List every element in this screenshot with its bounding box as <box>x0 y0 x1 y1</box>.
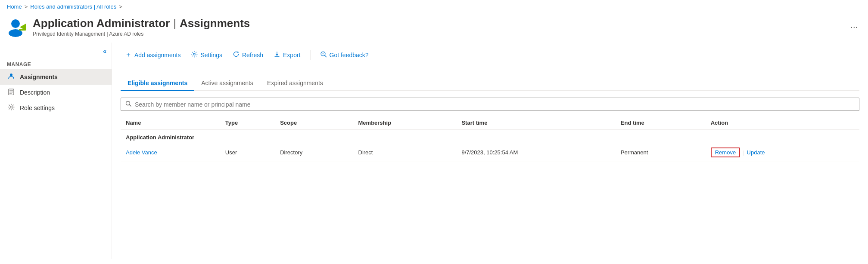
assignments-table: Name Type Scope Membership Start time En… <box>121 116 859 162</box>
sidebar-collapse-area: « <box>0 46 112 58</box>
feedback-icon <box>320 51 327 59</box>
sidebar: « Manage Assignments De <box>0 43 112 259</box>
export-label: Export <box>283 52 300 58</box>
feedback-label: Got feedback? <box>330 52 369 58</box>
main-layout: « Manage Assignments De <box>0 43 868 259</box>
more-button[interactable]: ··· <box>847 20 861 34</box>
tabs: Eligible assignments Active assignments … <box>121 76 859 91</box>
add-assignments-label: Add assignments <box>134 52 180 58</box>
page-icon <box>7 17 28 37</box>
content-area: ＋ Add assignments Settings <box>112 43 868 259</box>
search-input[interactable] <box>135 101 855 108</box>
row-type: User <box>220 143 275 162</box>
toolbar-separator <box>310 50 311 60</box>
col-start-time: Start time <box>456 116 615 130</box>
col-end-time: End time <box>616 116 706 130</box>
page-header: Application Administrator | Assignments … <box>0 13 868 43</box>
header-subtitle: Privileged Identity Management | Azure A… <box>33 31 842 37</box>
group-name: Application Administrator <box>121 130 859 144</box>
action-cell: Remove | Update <box>711 147 854 157</box>
header-text: Application Administrator | Assignments … <box>33 17 842 37</box>
role-settings-icon <box>7 104 16 112</box>
row-scope: Directory <box>275 143 353 162</box>
settings-toolbar-icon <box>191 51 198 59</box>
row-start-time: 9/7/2023, 10:25:54 AM <box>456 143 615 162</box>
tab-eligible[interactable]: Eligible assignments <box>121 76 194 91</box>
refresh-icon <box>233 51 240 59</box>
breadcrumb-roles[interactable]: Roles and administrators | All roles <box>30 3 116 10</box>
svg-point-0 <box>11 19 20 28</box>
toolbar: ＋ Add assignments Settings <box>121 43 859 69</box>
export-icon <box>274 51 280 59</box>
svg-line-13 <box>324 55 326 57</box>
tab-active[interactable]: Active assignments <box>194 76 260 91</box>
sidebar-manage-label: Manage <box>0 58 112 69</box>
breadcrumb: Home > Roles and administrators | All ro… <box>0 0 868 13</box>
refresh-label: Refresh <box>242 52 263 58</box>
export-button[interactable]: Export <box>269 48 305 62</box>
row-end-time: Permanent <box>616 143 706 162</box>
breadcrumb-sep2: > <box>119 3 122 10</box>
action-separator: | <box>743 149 744 156</box>
search-icon <box>125 101 131 108</box>
collapse-button[interactable]: « <box>103 48 106 55</box>
update-button[interactable]: Update <box>747 149 765 156</box>
col-scope: Scope <box>275 116 353 130</box>
sidebar-item-role-settings[interactable]: Role settings <box>0 100 112 116</box>
svg-point-10 <box>193 53 195 55</box>
tab-expired[interactable]: Expired assignments <box>260 76 330 91</box>
col-name: Name <box>121 116 220 130</box>
title-pipe: | <box>173 17 176 30</box>
breadcrumb-home[interactable]: Home <box>7 3 22 10</box>
settings-button[interactable]: Settings <box>187 48 227 62</box>
svg-line-15 <box>130 105 131 107</box>
sidebar-description-label: Description <box>20 89 50 96</box>
assignments-icon <box>7 73 16 81</box>
user-link[interactable]: Adele Vance <box>126 149 157 156</box>
col-type: Type <box>220 116 275 130</box>
header-title: Application Administrator | Assignments <box>33 17 842 30</box>
sidebar-item-assignments[interactable]: Assignments <box>0 69 112 85</box>
svg-point-9 <box>10 106 12 108</box>
description-icon <box>7 88 16 97</box>
sidebar-item-description[interactable]: Description <box>0 85 112 100</box>
add-assignments-button[interactable]: ＋ Add assignments <box>121 48 185 62</box>
add-icon: ＋ <box>125 50 132 59</box>
sidebar-assignments-label: Assignments <box>20 74 58 80</box>
sidebar-role-settings-label: Role settings <box>20 104 55 111</box>
row-name: Adele Vance <box>121 143 220 162</box>
breadcrumb-sep1: > <box>25 3 28 10</box>
svg-rect-3 <box>19 29 26 31</box>
row-action: Remove | Update <box>706 143 859 162</box>
title-role: Application Administrator <box>33 17 170 30</box>
table-header-row: Name Type Scope Membership Start time En… <box>121 116 859 130</box>
refresh-button[interactable]: Refresh <box>228 48 268 62</box>
remove-button[interactable]: Remove <box>711 147 740 157</box>
row-membership: Direct <box>353 143 457 162</box>
col-membership: Membership <box>353 116 457 130</box>
table-row: Adele Vance User Directory Direct 9/7/20… <box>121 143 859 162</box>
col-action: Action <box>706 116 859 130</box>
svg-point-4 <box>10 74 12 76</box>
search-container <box>121 98 859 111</box>
table-group-header: Application Administrator <box>121 130 859 144</box>
feedback-button[interactable]: Got feedback? <box>316 48 373 62</box>
settings-label: Settings <box>200 52 222 58</box>
title-section: Assignments <box>180 17 250 30</box>
